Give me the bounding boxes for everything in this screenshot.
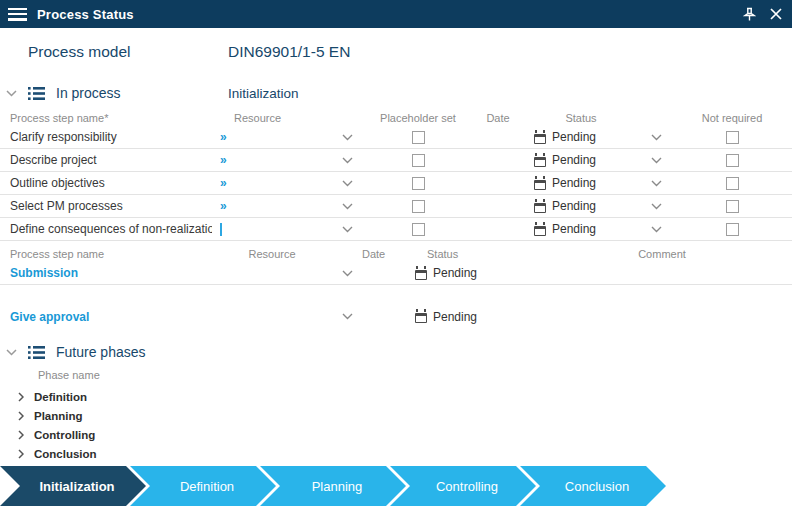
step-name-link[interactable]: Submission bbox=[0, 266, 212, 280]
resource-link[interactable]: » bbox=[220, 153, 227, 167]
not-required-checkbox[interactable] bbox=[726, 177, 739, 190]
col-resource: Resource bbox=[212, 112, 332, 124]
table-row: Submission Pending bbox=[0, 262, 792, 285]
chevron-right-icon bbox=[18, 449, 24, 459]
status-label: Pending bbox=[433, 266, 477, 280]
not-required-checkbox[interactable] bbox=[726, 223, 739, 236]
chevron-down-icon[interactable] bbox=[332, 157, 362, 164]
step-name: Clarify responsibility bbox=[0, 130, 212, 144]
placeholder-set-checkbox[interactable] bbox=[412, 154, 425, 167]
process-status-window: Process Status Process model DIN69901/1-… bbox=[0, 0, 792, 507]
future-phase-item[interactable]: Definition bbox=[0, 387, 792, 406]
phase-arrow[interactable]: Controlling bbox=[390, 466, 536, 506]
in-process-table-header: Process step name* Resource Placeholder … bbox=[0, 109, 792, 126]
close-icon[interactable] bbox=[770, 8, 782, 20]
not-required-checkbox[interactable] bbox=[726, 154, 739, 167]
chevron-down-icon[interactable] bbox=[332, 226, 362, 233]
not-required-checkbox[interactable] bbox=[726, 131, 739, 144]
not-required-checkbox[interactable] bbox=[726, 200, 739, 213]
chevron-down-icon[interactable] bbox=[6, 90, 18, 97]
phase-arrow[interactable]: Planning bbox=[260, 466, 406, 506]
col-status: Status bbox=[407, 248, 532, 260]
in-process-section-header[interactable]: In process Initialization bbox=[0, 83, 792, 103]
status-label: Pending bbox=[552, 153, 596, 167]
chevron-down-icon[interactable] bbox=[640, 180, 672, 187]
titlebar: Process Status bbox=[0, 0, 792, 28]
chevron-down-icon[interactable] bbox=[332, 270, 362, 277]
status-cell[interactable]: Pending bbox=[407, 310, 532, 324]
calendar-icon bbox=[534, 157, 546, 167]
phase-arrow[interactable]: Definition bbox=[130, 466, 276, 506]
table-row: Define consequences of non-realization P… bbox=[0, 218, 792, 241]
chevron-down-icon[interactable] bbox=[6, 349, 18, 356]
pin-icon[interactable] bbox=[743, 7, 756, 22]
col-date: Date bbox=[474, 112, 522, 124]
resource-link[interactable]: » bbox=[220, 176, 227, 190]
status-cell[interactable]: Pending bbox=[522, 130, 640, 144]
status-cell[interactable]: Pending bbox=[522, 222, 640, 236]
future-phase-item[interactable]: Planning bbox=[0, 406, 792, 425]
phase-arrow[interactable]: Conclusion bbox=[520, 466, 666, 506]
table-row: Give approval Pending bbox=[0, 305, 792, 328]
text-cursor[interactable] bbox=[220, 223, 222, 236]
future-phases-list: Definition Planning Controlling Conclusi… bbox=[0, 387, 792, 463]
calendar-icon bbox=[534, 226, 546, 236]
future-phase-item[interactable]: Conclusion bbox=[0, 444, 792, 463]
process-model-label: Process model bbox=[28, 43, 228, 61]
col-comment: Comment bbox=[532, 248, 792, 260]
calendar-icon bbox=[415, 270, 427, 280]
col-resource: Resource bbox=[212, 248, 332, 260]
status-label: Pending bbox=[552, 199, 596, 213]
approval-table-header: Process step name Resource Date Status C… bbox=[0, 246, 792, 262]
status-label: Pending bbox=[552, 222, 596, 236]
chevron-down-icon[interactable] bbox=[332, 180, 362, 187]
approval-table: Process step name Resource Date Status C… bbox=[0, 246, 792, 328]
placeholder-set-checkbox[interactable] bbox=[412, 223, 425, 236]
col-process-step-name: Process step name bbox=[0, 248, 212, 260]
in-process-table: Process step name* Resource Placeholder … bbox=[0, 109, 792, 241]
status-cell[interactable]: Pending bbox=[407, 266, 532, 280]
process-model-value[interactable]: DIN69901/1-5 EN bbox=[228, 43, 350, 61]
phase-name: Controlling bbox=[34, 429, 95, 441]
step-name-link[interactable]: Give approval bbox=[0, 310, 212, 324]
resource-link[interactable]: » bbox=[220, 130, 227, 144]
step-name: Define consequences of non-realization bbox=[0, 222, 212, 236]
chevron-right-icon bbox=[18, 411, 24, 421]
col-date: Date bbox=[362, 248, 407, 260]
menu-icon[interactable] bbox=[8, 8, 27, 21]
phase-arrow[interactable]: Initialization bbox=[0, 466, 146, 506]
phase-progress-bar: InitializationDefinitionPlanningControll… bbox=[0, 466, 666, 506]
chevron-down-icon[interactable] bbox=[332, 134, 362, 141]
chevron-down-icon[interactable] bbox=[640, 226, 672, 233]
status-cell[interactable]: Pending bbox=[522, 176, 640, 190]
calendar-icon bbox=[534, 203, 546, 213]
resource-link[interactable]: » bbox=[220, 199, 227, 213]
process-list-icon bbox=[28, 346, 45, 359]
chevron-down-icon[interactable] bbox=[332, 313, 362, 320]
calendar-icon bbox=[534, 180, 546, 190]
future-phases-section-header[interactable]: Future phases bbox=[0, 342, 792, 362]
chevron-down-icon[interactable] bbox=[640, 157, 672, 164]
status-label: Pending bbox=[552, 176, 596, 190]
process-model-row: Process model DIN69901/1-5 EN bbox=[0, 43, 792, 61]
placeholder-set-checkbox[interactable] bbox=[412, 131, 425, 144]
placeholder-set-checkbox[interactable] bbox=[412, 200, 425, 213]
col-placeholder-set: Placeholder set bbox=[362, 112, 474, 124]
step-name: Outline objectives bbox=[0, 176, 212, 190]
chevron-right-icon bbox=[18, 392, 24, 402]
placeholder-set-checkbox[interactable] bbox=[412, 177, 425, 190]
table-row: Clarify responsibility » Pending bbox=[0, 126, 792, 149]
chevron-right-icon bbox=[18, 430, 24, 440]
col-status: Status bbox=[522, 112, 640, 124]
col-not-required: Not required bbox=[672, 112, 792, 124]
calendar-icon bbox=[415, 313, 427, 323]
chevron-down-icon[interactable] bbox=[640, 134, 672, 141]
status-cell[interactable]: Pending bbox=[522, 199, 640, 213]
step-name: Select PM processes bbox=[0, 199, 212, 213]
status-label: Pending bbox=[552, 130, 596, 144]
future-phase-item[interactable]: Controlling bbox=[0, 425, 792, 444]
chevron-down-icon[interactable] bbox=[640, 203, 672, 210]
calendar-icon bbox=[534, 134, 546, 144]
chevron-down-icon[interactable] bbox=[332, 203, 362, 210]
status-cell[interactable]: Pending bbox=[522, 153, 640, 167]
